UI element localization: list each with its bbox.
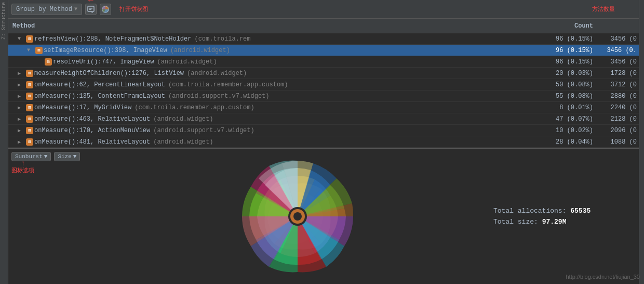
- method-class: (com.troila.remember.app.custom): [135, 104, 254, 111]
- row-count: 96 (0.15%): [504, 47, 597, 54]
- chart-type-chevron: ▼: [44, 153, 48, 160]
- main-content: Group by Method ▼ 打开饼状图 ←: [8, 0, 639, 284]
- m-badge: m: [26, 115, 33, 123]
- m-badge: m: [26, 35, 33, 43]
- bottom-section: Sunburst ▼ Size ▼ 图标选项 ↑: [8, 148, 639, 284]
- chart-type-label: Sunburst: [15, 153, 43, 160]
- table-row[interactable]: ▼mrefreshView():288, NoteFragment$NoteHo…: [8, 33, 639, 45]
- table-row[interactable]: ▶monMeasure():135, ContentFrameLayout(an…: [8, 91, 639, 102]
- total-size-label: Total size:: [493, 218, 538, 226]
- method-class: (android.widget): [187, 70, 247, 77]
- row-size: 3456 (0.: [597, 47, 639, 54]
- method-name: onMeasure():135, ContentFrameLayout: [34, 93, 165, 100]
- row-count: 28 (0.04%): [504, 138, 597, 146]
- table-row[interactable]: ▶monMeasure():62, PercentLinearLayout(co…: [8, 79, 639, 91]
- method-name: measureHeightOfChildren():1276, ListView: [34, 70, 184, 77]
- table-row[interactable]: ▶monMeasure():170, ActionMenuView(androi…: [8, 125, 639, 136]
- row-size: 3456 (0: [597, 35, 639, 43]
- row-count: 8 (0.01%): [504, 104, 597, 111]
- annotation-count-text: 方法数量: [592, 5, 615, 13]
- row-size: 2880 (0: [597, 93, 639, 100]
- chart-controls-row: Sunburst ▼ Size ▼: [11, 152, 109, 161]
- m-badge: m: [35, 47, 43, 54]
- chart-area: [112, 149, 483, 284]
- pie-chart-icon: [101, 5, 110, 14]
- expand-icon[interactable]: ▼: [27, 47, 34, 53]
- expand-icon[interactable]: ▶: [18, 105, 25, 111]
- col-method-header: Method: [8, 22, 504, 30]
- toolbar: Group by Method ▼ 打开饼状图 ←: [8, 0, 639, 19]
- method-class: (com.troila.rem: [194, 35, 250, 43]
- total-size-line: Total size: 97.29M: [493, 218, 628, 226]
- m-badge: m: [26, 81, 33, 88]
- row-count: 55 (0.08%): [504, 93, 597, 100]
- method-class: (android.widget): [157, 58, 217, 66]
- method-name: onMeasure():481, RelativeLayout: [34, 138, 150, 146]
- svg-point-7: [293, 212, 302, 221]
- total-allocations-line: Total allocations: 65535: [493, 207, 628, 215]
- table-row[interactable]: ▶mmeasureHeightOfChildren():1276, ListVi…: [8, 68, 639, 79]
- chart-size-chevron: ▼: [73, 153, 77, 160]
- row-size: 2240 (0: [597, 104, 639, 111]
- expand-icon[interactable]: ▶: [18, 82, 25, 88]
- method-class: (android.support.v7.widget): [153, 127, 254, 134]
- table-row[interactable]: ▶monMeasure():463, RelativeLayout(androi…: [8, 113, 639, 125]
- row-size: 2096 (0: [597, 127, 639, 134]
- icon-annotation-arrow: ↑: [21, 159, 25, 167]
- expand-icon[interactable]: ▶: [18, 127, 25, 134]
- method-name: refreshView():288, NoteFragment$NoteHold…: [34, 35, 191, 43]
- total-size-value: 97.29M: [542, 218, 567, 226]
- chart-size-label: Size: [58, 153, 71, 160]
- row-size: 2128 (0: [597, 115, 639, 123]
- row-count: 96 (0.15%): [504, 58, 597, 66]
- total-allocations-value: 65535: [570, 207, 591, 215]
- pie-chart-button[interactable]: [100, 4, 111, 15]
- m-badge: m: [26, 93, 33, 100]
- m-badge: m: [26, 127, 33, 134]
- m-badge: m: [26, 70, 33, 77]
- table-header: Method Count: [8, 19, 639, 33]
- side-label-structure: Z: Structure: [0, 0, 8, 42]
- method-class: (android.widget): [153, 115, 213, 123]
- group-by-dropdown[interactable]: Group by Method ▼: [11, 4, 82, 15]
- method-class: (android.widget): [170, 47, 230, 54]
- m-badge: m: [26, 104, 33, 111]
- table-row[interactable]: ▼msetImageResource():398, ImageView(andr…: [8, 45, 639, 56]
- m-badge: m: [26, 138, 33, 146]
- stats-area: Total allocations: 65535 Total size: 97.…: [483, 149, 639, 284]
- table-row[interactable]: mresolveUri():747, ImageView(android.wid…: [8, 56, 639, 68]
- annotation-area: 打开饼状图 ←: [119, 5, 148, 13]
- m-badge: m: [45, 58, 52, 66]
- row-size: 3712 (0: [597, 81, 639, 88]
- row-count: 47 (0.07%): [504, 115, 597, 123]
- method-class: (com.troila.remember.app.custom): [168, 81, 288, 88]
- chart-type-dropdown[interactable]: Sunburst ▼: [11, 152, 51, 161]
- method-name: onMeasure():17, MyGridView: [34, 104, 131, 111]
- table-row[interactable]: ▶monMeasure():17, MyGridView(com.troila.…: [8, 102, 639, 113]
- svg-rect-0: [88, 6, 94, 11]
- sunburst-chart: [230, 157, 365, 276]
- table-rows: ▼mrefreshView():288, NoteFragment$NoteHo…: [8, 33, 639, 148]
- method-name: onMeasure():170, ActionMenuView: [34, 127, 150, 134]
- method-class: (android.widget): [153, 138, 213, 146]
- expand-icon[interactable]: ▼: [18, 36, 25, 42]
- group-by-label: Group by Method: [16, 6, 72, 13]
- table-row[interactable]: ▶monMeasure():481, RelativeLayout(androi…: [8, 136, 639, 148]
- expand-icon[interactable]: ▶: [18, 139, 25, 145]
- right-side-panel: [639, 0, 644, 284]
- arrow-annotation: ←: [88, 0, 93, 5]
- chart-controls-panel: Sunburst ▼ Size ▼ 图标选项 ↑: [8, 149, 112, 284]
- watermark: http://blog.csdn.net/liujian_30: [566, 274, 639, 280]
- expand-icon[interactable]: ▶: [18, 116, 25, 122]
- chart-size-dropdown[interactable]: Size ▼: [54, 152, 80, 161]
- method-name: setImageResource():398, ImageView: [44, 47, 167, 54]
- row-count: 96 (0.15%): [504, 35, 597, 43]
- method-name: resolveUri():747, ImageView: [53, 58, 154, 66]
- expand-icon[interactable]: ▶: [18, 93, 25, 99]
- row-size: 1728 (0: [597, 70, 639, 77]
- method-class: (android.support.v7.widget): [168, 93, 269, 100]
- method-name: onMeasure():463, RelativeLayout: [34, 115, 150, 123]
- expand-icon[interactable]: ▶: [18, 70, 25, 76]
- annotation-pie-text: 打开饼状图: [119, 6, 148, 12]
- method-name: onMeasure():62, PercentLinearLayout: [34, 81, 165, 88]
